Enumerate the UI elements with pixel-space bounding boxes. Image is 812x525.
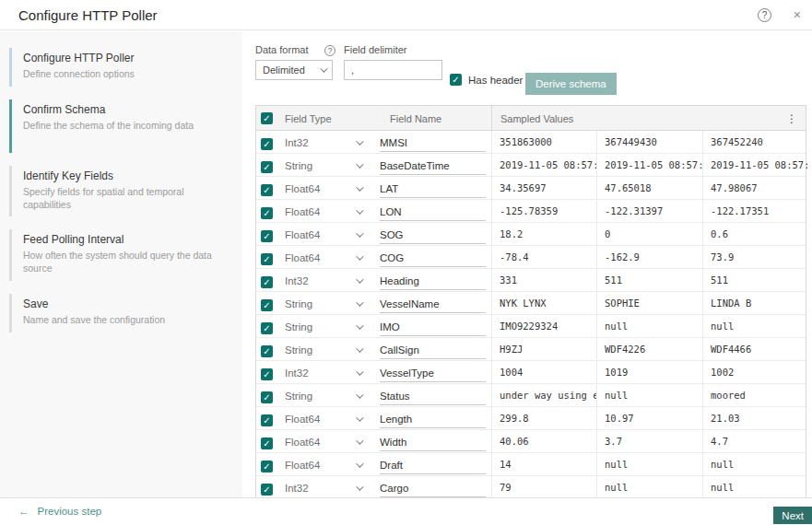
help-icon[interactable]: ? — [758, 8, 771, 22]
field-name-input[interactable] — [380, 434, 486, 451]
field-name-input[interactable] — [380, 181, 486, 198]
previous-step-link[interactable]: ←Previous step — [18, 498, 101, 525]
row-checkbox[interactable]: ✓ — [261, 299, 273, 311]
field-type-select[interactable]: Int32 — [277, 275, 374, 286]
chevron-down-icon — [356, 321, 363, 329]
row-checkbox[interactable]: ✓ — [261, 414, 273, 426]
sample-value-cell: 14 — [491, 453, 596, 476]
sample-value-cell: 511 — [702, 269, 807, 292]
field-type-select[interactable]: String — [277, 321, 374, 332]
field-type-select[interactable]: Float64 — [277, 437, 374, 448]
has-header-row-checkbox[interactable]: ✓ — [450, 74, 462, 86]
sidebar-step-identify-key-fields[interactable]: Identify Key FieldsSpecify fields for sp… — [9, 166, 242, 216]
field-type-value: Float64 — [285, 437, 320, 448]
field-type-select[interactable]: Int32 — [277, 137, 374, 148]
sidebar-step-confirm-schema[interactable]: Confirm SchemaDefine the schema of the i… — [9, 99, 242, 153]
sidebar-step-configure-http-poller[interactable]: Configure HTTP PollerDefine connection o… — [9, 48, 242, 87]
row-checkbox[interactable]: ✓ — [261, 461, 273, 472]
sample-value-cell: 351863000 — [491, 131, 596, 154]
field-name-input[interactable] — [380, 273, 486, 290]
field-type-select[interactable]: String — [277, 391, 374, 402]
sample-value-cell: 10.97 — [596, 407, 702, 430]
field-type-select[interactable]: Float64 — [277, 252, 374, 263]
table-row: ✓ Float64 18.2 0 0.6 — [256, 223, 806, 246]
field-type-value: Float64 — [285, 229, 320, 240]
data-format-select[interactable]: Delimited — [255, 60, 333, 80]
data-format-label: Data format — [255, 44, 333, 55]
sample-value-cell: 3.7 — [596, 430, 702, 453]
field-name-input[interactable] — [380, 480, 486, 497]
chevron-down-icon — [356, 298, 363, 306]
step-subtitle: Name and save the configuration — [23, 314, 233, 327]
row-checkbox[interactable]: ✓ — [261, 368, 273, 380]
table-options-kebab-icon[interactable]: ⋮ — [778, 107, 806, 131]
field-name-input[interactable] — [380, 158, 486, 175]
field-type-select[interactable]: String — [277, 298, 374, 309]
row-checkbox[interactable]: ✓ — [261, 322, 273, 334]
field-type-value: String — [285, 344, 312, 356]
field-name-input[interactable] — [380, 411, 486, 428]
row-checkbox[interactable]: ✓ — [261, 230, 273, 242]
select-all-cell: ✓ — [256, 112, 277, 124]
row-checkbox[interactable]: ✓ — [261, 253, 273, 265]
row-checkbox[interactable]: ✓ — [261, 138, 273, 150]
field-type-select[interactable]: Float64 — [277, 460, 374, 471]
row-checkbox[interactable]: ✓ — [261, 161, 273, 173]
field-name-input[interactable] — [380, 204, 486, 221]
data-format-group: Data format Delimited — [255, 44, 333, 80]
sample-value-cell: SOPHIE — [596, 292, 702, 315]
field-name-input[interactable] — [380, 134, 486, 152]
field-name-input[interactable] — [380, 319, 486, 336]
step-subtitle: Define the schema of the incoming data — [23, 120, 233, 133]
field-type-select[interactable]: Float64 — [277, 229, 374, 240]
field-type-select[interactable]: Float64 — [277, 206, 374, 217]
sample-value-cell: 47.98067 — [702, 177, 807, 200]
row-checkbox[interactable]: ✓ — [261, 207, 273, 219]
sidebar-step-save[interactable]: SaveName and save the configuration — [9, 294, 242, 332]
field-name-input[interactable] — [380, 457, 486, 474]
sample-value-cell: 331 — [491, 269, 596, 292]
row-checkbox[interactable]: ✓ — [261, 276, 273, 288]
sample-value-cell: 40.06 — [491, 430, 596, 453]
sample-value-cell: 2019-11-05 08:57:16.4 — [702, 154, 807, 177]
field-type-value: String — [285, 321, 312, 332]
sample-value-cell: moored — [702, 384, 807, 407]
field-name-input[interactable] — [380, 388, 486, 405]
row-checkbox[interactable]: ✓ — [261, 484, 273, 496]
field-name-input[interactable] — [380, 342, 486, 359]
close-icon[interactable]: × — [794, 6, 801, 23]
field-type-select[interactable]: Int32 — [277, 368, 374, 379]
field-name-input[interactable] — [380, 365, 486, 382]
step-title: Feed Polling Interval — [23, 233, 233, 246]
sample-value-cell: 21.03 — [702, 407, 807, 430]
row-checkbox[interactable]: ✓ — [261, 438, 273, 449]
row-checkbox[interactable]: ✓ — [261, 345, 273, 357]
derive-schema-button[interactable]: Derive schema — [525, 73, 617, 95]
sample-value-cell: 79 — [491, 476, 596, 499]
select-all-checkbox[interactable]: ✓ — [261, 112, 273, 124]
sample-value-cell: 34.35697 — [491, 177, 596, 200]
next-button[interactable]: Next — [773, 507, 812, 524]
schema-table-header: ✓ Field Type Field Name Sampled Values ⋮ — [256, 106, 806, 131]
field-type-select[interactable]: Float64 — [277, 183, 374, 194]
sample-value-cell: 18.2 — [491, 223, 596, 246]
field-name-input[interactable] — [380, 250, 486, 267]
field-delimiter-input[interactable] — [344, 60, 442, 80]
step-subtitle: Define connection options — [23, 68, 233, 81]
field-type-select[interactable]: String — [277, 344, 374, 356]
field-type-select[interactable]: Float64 — [277, 414, 374, 425]
field-type-select[interactable]: String — [277, 160, 374, 171]
field-delimiter-label: Field delimiter — [344, 44, 442, 55]
wizard-sidebar: Configure HTTP PollerDefine connection o… — [0, 31, 242, 497]
data-format-help-icon[interactable]: ? — [324, 45, 335, 56]
step-subtitle: How often the system should query the da… — [23, 250, 233, 274]
row-checkbox[interactable]: ✓ — [261, 184, 273, 196]
chevron-down-icon — [356, 183, 363, 191]
row-checkbox[interactable]: ✓ — [261, 391, 273, 403]
field-type-value: Int32 — [285, 483, 309, 494]
field-type-value: Float64 — [285, 460, 320, 471]
field-type-select[interactable]: Int32 — [277, 483, 374, 494]
field-name-input[interactable] — [380, 296, 486, 313]
field-name-input[interactable] — [380, 227, 486, 244]
sidebar-step-feed-polling-interval[interactable]: Feed Polling IntervalHow often the syste… — [9, 229, 242, 280]
